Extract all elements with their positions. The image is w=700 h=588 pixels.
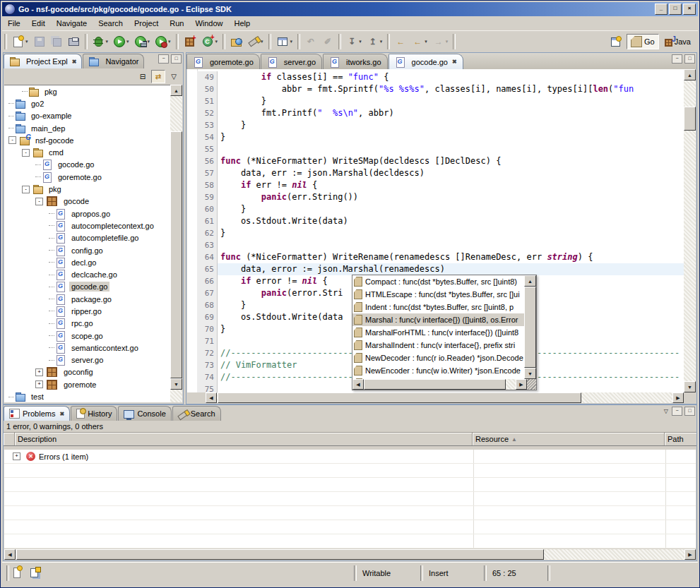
tree-item-autocompletecontext-go[interactable]: autocompletecontext.go — [4, 220, 170, 232]
expander-collapse-icon[interactable]: - — [22, 149, 30, 157]
menu-run[interactable]: Run — [164, 18, 189, 29]
editor-horizontal-scrollbar[interactable]: ◀ ▶ — [206, 392, 684, 403]
expander-collapse-icon[interactable]: - — [35, 198, 43, 205]
scrollbar-thumb[interactable] — [684, 107, 696, 131]
scroll-down-icon[interactable]: ▼ — [524, 368, 536, 379]
scroll-left-icon[interactable]: ◀ — [352, 379, 364, 390]
completion-item[interactable]: Marshal : func(v interface{}) ([]uint8, … — [352, 313, 524, 326]
run-history-button[interactable]: ▾ — [133, 34, 153, 49]
new-fast-view-button[interactable] — [11, 566, 23, 579]
next-annotation-button[interactable]: ↧▾ — [344, 34, 364, 49]
expander-collapse-icon[interactable]: - — [22, 186, 30, 193]
open-resource-button[interactable] — [228, 34, 244, 49]
format-button[interactable]: ✐ — [320, 34, 336, 49]
tree-item-cmd[interactable]: -cmd — [4, 146, 170, 158]
problems-horizontal-scrollbar[interactable]: ◀ ▶ — [4, 549, 696, 560]
tab-project-expl[interactable]: Project Expl✖ — [4, 54, 82, 68]
minimize-view-icon[interactable]: − — [672, 407, 682, 416]
save-button[interactable] — [32, 34, 47, 49]
scroll-right-icon[interactable]: ▶ — [516, 379, 527, 390]
minimize-view-icon[interactable]: − — [158, 54, 169, 64]
editor-tab-server-go[interactable]: server.go — [261, 54, 322, 69]
completion-item[interactable]: MarshalForHTML : func(v interface{}) ([]… — [352, 326, 524, 339]
view-menu-button[interactable]: ▽ — [167, 70, 181, 83]
maximize-view-icon[interactable]: □ — [684, 54, 695, 64]
dropdown-arrow-icon[interactable]: ▾ — [215, 39, 218, 44]
menu-file[interactable]: File — [2, 18, 26, 29]
tree-item-ripper-go[interactable]: ripper.go — [4, 305, 170, 317]
tree-item-goremote[interactable]: +goremote — [4, 378, 170, 390]
menu-search[interactable]: Search — [93, 18, 129, 29]
link-with-editor-button[interactable]: ⇄ — [151, 70, 165, 83]
tree-item-rpc-go[interactable]: rpc.go — [4, 318, 170, 330]
view-menu-icon[interactable]: ▽ — [663, 408, 670, 414]
scrollbar-thumb[interactable] — [218, 392, 581, 403]
completion-item[interactable]: HTMLEscape : func(dst *bytes.Buffer, src… — [352, 288, 524, 301]
tab-search[interactable]: Search — [172, 406, 221, 421]
column-description[interactable]: Description — [15, 433, 473, 445]
collapse-all-button[interactable]: ⊟ — [136, 70, 150, 83]
dropdown-arrow-icon[interactable]: ▾ — [290, 39, 293, 44]
minimize-view-icon[interactable]: − — [672, 54, 682, 64]
editor-vertical-scrollbar[interactable]: ▲ ▼ — [684, 69, 696, 392]
search-button[interactable]: ▾ — [246, 34, 266, 50]
tree-item-package-go[interactable]: package.go — [4, 293, 170, 305]
scroll-up-icon[interactable]: ▲ — [170, 85, 182, 96]
explorer-vertical-scrollbar[interactable]: ▲ ▼ — [170, 85, 182, 402]
menu-edit[interactable]: Edit — [26, 18, 51, 29]
close-button[interactable]: × — [683, 4, 696, 15]
scroll-right-icon[interactable]: ▶ — [672, 392, 684, 403]
tree-item-apropos-go[interactable]: apropos.go — [4, 208, 170, 220]
tree-item-declcache-go[interactable]: declcache.go — [4, 268, 170, 280]
dropdown-arrow-icon[interactable]: ▾ — [126, 39, 129, 44]
run-external-button[interactable]: ▾ — [153, 34, 173, 49]
scroll-up-icon[interactable]: ▲ — [524, 275, 536, 287]
back-button[interactable]: ←▾ — [410, 34, 429, 49]
previous-annotation-button[interactable]: ↥▾ — [365, 34, 385, 49]
new-package-button[interactable] — [182, 34, 198, 50]
column-path[interactable]: Path — [665, 433, 696, 445]
editor-tab-itworks-go[interactable]: itworks.go — [323, 54, 388, 69]
annotation-ruler[interactable] — [187, 69, 198, 392]
column-resource[interactable]: Resource▲ — [473, 433, 665, 445]
tree-item-test[interactable]: test — [4, 390, 170, 402]
dropdown-arrow-icon[interactable]: ▾ — [359, 39, 362, 44]
tree-item-config-go[interactable]: config.go — [4, 244, 170, 256]
tab-problems[interactable]: Problems✖ — [4, 406, 70, 421]
problem-row[interactable]: +✕Errors (1 item) — [4, 450, 696, 464]
minimize-button[interactable]: _ — [655, 4, 668, 15]
menu-help[interactable]: Help — [229, 18, 256, 29]
tree-item-gocode-go[interactable]: gocode.go — [4, 159, 170, 171]
scroll-right-icon[interactable]: ▶ — [684, 549, 696, 560]
expander-collapse-icon[interactable]: - — [8, 136, 16, 144]
expander-expand-icon[interactable]: + — [35, 368, 43, 376]
print-button[interactable] — [66, 34, 82, 50]
tree-item-go-example[interactable]: go-example — [4, 110, 170, 122]
scrollbar-thumb[interactable] — [524, 287, 536, 368]
scroll-left-icon[interactable]: ◀ — [206, 392, 217, 403]
close-tab-icon[interactable]: ✖ — [58, 411, 64, 417]
tree-item-go2[interactable]: go2 — [4, 97, 170, 109]
tree-item-nsf-gocode[interactable]: -nsf-gocode — [4, 134, 170, 146]
tree-item-goconfig[interactable]: +goconfig — [4, 366, 170, 378]
run-button[interactable]: ▾ — [112, 34, 131, 49]
close-tab-icon[interactable]: ✖ — [451, 59, 457, 65]
tree-item-goremote-go[interactable]: goremote.go — [4, 171, 170, 183]
perspective-go[interactable]: Go — [627, 34, 659, 49]
forward-button[interactable]: →▾ — [431, 34, 451, 49]
tree-item-scope-go[interactable]: scope.go — [4, 330, 170, 342]
scroll-left-icon[interactable]: ◀ — [4, 549, 16, 560]
open-perspective-button[interactable] — [606, 35, 625, 49]
popup-vertical-scrollbar[interactable]: ▲ ▼ — [524, 275, 536, 379]
popup-resize-grip[interactable] — [527, 379, 536, 390]
tab-history[interactable]: History — [71, 406, 117, 421]
undo-button[interactable]: ↶ — [303, 34, 319, 49]
close-tab-icon[interactable]: ✖ — [71, 59, 77, 65]
tree-item-semanticcontext-go[interactable]: semanticcontext.go — [4, 342, 170, 354]
maximize-button[interactable]: □ — [669, 4, 682, 15]
tab-navigator[interactable]: Navigator — [83, 54, 144, 68]
completion-item[interactable]: Indent : func(dst *bytes.Buffer, src []u… — [352, 301, 524, 313]
maximize-view-icon[interactable]: □ — [684, 407, 695, 416]
tree-item-decl-go[interactable]: decl.go — [4, 256, 170, 268]
tree-item-gocode-go[interactable]: gocode.go — [4, 281, 170, 293]
